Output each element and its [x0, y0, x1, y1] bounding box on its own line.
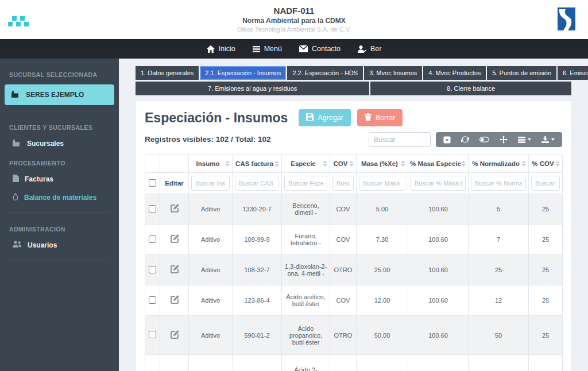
row-checkbox[interactable]	[149, 235, 156, 243]
filter-cov-input[interactable]	[332, 176, 354, 191]
refresh-icon[interactable]	[456, 132, 474, 147]
edit-icon[interactable]	[170, 204, 179, 214]
col-header-especie[interactable]: Especie	[282, 155, 330, 173]
sidebar-item-sucursales[interactable]: Sucursales	[0, 134, 119, 153]
filter-masa-especie-input[interactable]	[411, 176, 466, 191]
company-name: Oikos Tecnología Ambiental S.A. de C.V.	[237, 25, 351, 33]
edit-icon[interactable]	[170, 330, 179, 341]
content-panel: Especiación - Insumos Agregar Borrar Reg…	[136, 101, 571, 371]
col-header-masa[interactable]: Masa (%Xe)	[357, 155, 408, 173]
top-navbar: Inicio Menú Contacto Ber	[0, 39, 588, 59]
home-icon	[207, 45, 215, 53]
tab-mvoc-insumos[interactable]: 3. Mvoc Insumos	[364, 66, 422, 80]
sort-icon[interactable]	[225, 161, 230, 167]
col-header-masa-especie[interactable]: % Masa Especie	[408, 155, 469, 173]
records-summary: Registros visibles: 102 / Total: 102	[145, 132, 271, 144]
users-icon	[13, 241, 22, 249]
droplet-icon	[13, 193, 18, 202]
sort-icon[interactable]	[323, 161, 327, 167]
sort-icon[interactable]	[555, 161, 560, 167]
filter-cas-input[interactable]	[235, 176, 279, 191]
sidebar-section-administracion: ADMINISTRACIÓN	[0, 219, 119, 236]
col-header-insumo[interactable]: Insumo	[189, 155, 233, 173]
save-icon	[306, 113, 314, 122]
row-checkbox[interactable]	[149, 205, 156, 212]
tab-especiacion-insumos[interactable]: 2.1. Especiación - Insumos	[200, 66, 286, 80]
sidebar-item-balance-materiales[interactable]: Balance de materiales	[0, 188, 119, 207]
nav-item-contacto[interactable]: Contacto	[299, 45, 341, 53]
table-row: Aditivo 123-86-4 Ácido acético, butil és…	[145, 285, 563, 316]
table-row: Aditivo 109-99-9 Furano, tetrahidro - CO…	[145, 225, 563, 255]
sidebar-section-selected: SUCURSAL SELECCIONADA	[0, 64, 119, 82]
data-table: Insumo CAS factura Especie COV Masa (%Xe…	[145, 154, 563, 371]
sidebar-item-seres-ejemplo[interactable]: SERES EJEMPLO	[5, 84, 114, 105]
edit-icon[interactable]	[170, 265, 179, 275]
nav-item-inicio[interactable]: Inicio	[207, 45, 235, 53]
filter-especie-input[interactable]	[284, 176, 327, 191]
sort-icon[interactable]	[461, 161, 466, 167]
sidebar: SUCURSAL SELECCIONADA SERES EJEMPLO CLIE…	[0, 59, 119, 371]
sidebar-item-usuarios[interactable]: Usuarios	[0, 236, 119, 254]
divider	[9, 212, 110, 213]
nav-item-menu[interactable]: Menú	[253, 45, 282, 53]
tab-cierre-balance[interactable]: 8. Cierre balance	[370, 82, 571, 95]
filter-pcov-input[interactable]	[531, 176, 560, 191]
search-input[interactable]	[369, 132, 431, 147]
tab-emisiones-conducidad[interactable]: 6. Emisiones conducidad	[558, 66, 588, 80]
page-title: Especiación - Insumos	[145, 110, 288, 126]
page-main-title: NADF-011	[237, 5, 351, 17]
edit-icon[interactable]	[170, 295, 179, 306]
filter-insumo-input[interactable]	[191, 176, 230, 191]
edit-icon[interactable]	[170, 234, 179, 245]
tab-bar-row2: 7. Emisiones al agua y residuos 8. Cierr…	[136, 82, 571, 95]
sort-icon[interactable]	[274, 161, 279, 167]
table-toolbar	[436, 132, 562, 147]
table-row: Aditivo 108-32-7 1,3-dioxolan-2-ona, 4-m…	[145, 255, 563, 285]
col-header-cov[interactable]: COV	[330, 155, 357, 173]
row-checkbox[interactable]	[149, 296, 156, 304]
nav-item-user[interactable]: Ber	[358, 45, 381, 53]
page-subtitle: Norma Ambiental para la CDMX	[237, 17, 351, 26]
col-header-pcov[interactable]: % COV	[529, 155, 563, 173]
divider	[9, 260, 110, 260]
columns-icon[interactable]	[513, 132, 536, 147]
caret-square-down-icon[interactable]	[438, 132, 456, 147]
sort-icon[interactable]	[349, 161, 354, 167]
row-checkbox[interactable]	[149, 266, 156, 273]
factory-icon	[13, 139, 21, 148]
filter-normalizado-input[interactable]	[471, 176, 526, 191]
tab-mvoc-productos[interactable]: 4. Mvoc Productos	[423, 66, 486, 80]
main-content: 1. Datos generales 2.1. Especiación - In…	[119, 59, 588, 371]
app-header: NADF-011 Norma Ambiental para la CDMX Oi…	[0, 0, 588, 39]
export-icon[interactable]	[536, 132, 560, 147]
table-row: Aditivo 1330-20-7 Benceno, dimetil - COV…	[145, 194, 563, 225]
mail-icon	[299, 45, 308, 52]
tab-datos-generales[interactable]: 1. Datos generales	[136, 66, 199, 80]
delete-button[interactable]: Borrar	[357, 109, 403, 126]
toggle-icon[interactable]	[474, 132, 494, 147]
filter-masa-input[interactable]	[359, 176, 405, 191]
edit-column-label: Editar	[160, 173, 189, 194]
move-icon[interactable]	[494, 132, 513, 147]
company-logo-icon	[558, 7, 575, 33]
add-button[interactable]: Agregar	[299, 109, 350, 126]
menu-icon	[253, 46, 260, 52]
app-logo-icon	[8, 16, 29, 29]
tab-emisiones-agua-residuos[interactable]: 7. Emisiones al agua y residuos	[136, 82, 369, 95]
table-filter-row: Editar	[145, 173, 563, 194]
select-all-checkbox[interactable]	[149, 179, 156, 187]
sidebar-item-facturas[interactable]: Facturas	[0, 170, 119, 188]
table-row: Aditivo 590-01-2 Ácido propanoico, butil…	[145, 316, 563, 355]
chevron-down-icon	[528, 138, 531, 141]
chevron-down-icon	[551, 138, 555, 141]
col-header-cas[interactable]: CAS factura	[233, 155, 282, 173]
sort-icon[interactable]	[401, 161, 405, 167]
row-checkbox[interactable]	[149, 331, 156, 338]
tab-especiacion-hds[interactable]: 2.2. Especiación - HDS	[287, 66, 363, 80]
divider	[9, 111, 110, 111]
sort-icon[interactable]	[521, 161, 526, 167]
table-row: Ácido 2-	[145, 355, 563, 371]
table-header-row: Insumo CAS factura Especie COV Masa (%Xe…	[145, 155, 563, 173]
col-header-normalizado[interactable]: % Normalizado	[469, 155, 529, 173]
tab-puntos-emision[interactable]: 5. Puntos de emisión	[487, 66, 556, 80]
